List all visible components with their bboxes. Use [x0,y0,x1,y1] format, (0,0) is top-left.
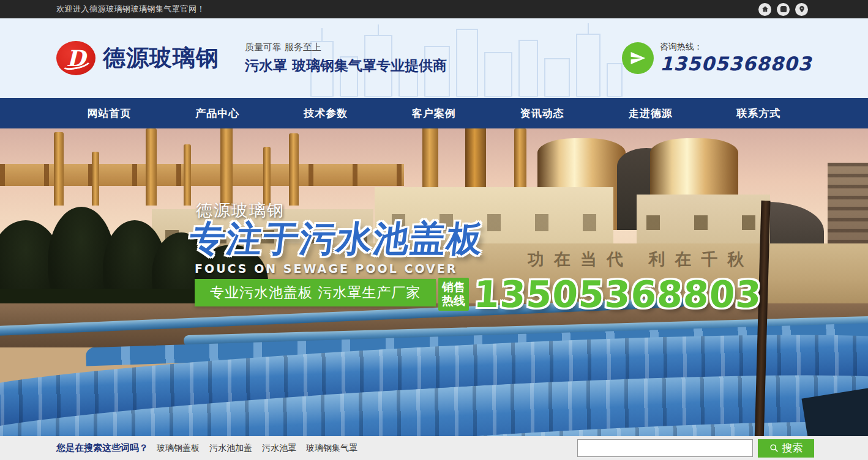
search-input[interactable] [577,439,753,457]
refinery-tower [92,152,99,206]
logo-text: 德源玻璃钢 [103,43,219,73]
refinery-tower [184,144,191,206]
search-prompt: 您是在搜索这些词吗？ [56,442,148,454]
refinery-tower [220,128,233,206]
refinery-tower [289,133,299,206]
sales-badge-line1: 销售 [442,281,465,294]
keyword-link[interactable]: 玻璃钢集气罩 [306,443,357,454]
hero-subheadline-en: FOUCS ON SEWAGE POOL COVER [195,262,457,275]
search-button[interactable]: 搜索 [758,439,814,458]
social-icons [758,3,808,16]
nav-item-home[interactable]: 网站首页 [55,98,163,128]
search-controls: 搜索 [577,439,814,458]
search-strip: 您是在搜索这些词吗？ 玻璃钢盖板 污水池加盖 污水池罩 玻璃钢集气罩 搜索 [0,436,868,460]
building-windows [646,215,763,230]
hero-sales-hotline: 销售 热线 13505368803 [438,273,761,316]
hotline-label: 咨询热线： [660,42,812,53]
top-bar: 欢迎进入德源玻璃钢玻璃钢集气罩官网！ [0,0,868,18]
site-header: D 德源玻璃钢 质量可靠 服务至上 污水罩 玻璃钢集气罩专业提供商 咨询热线： … [0,18,868,98]
nav-item-cases[interactable]: 客户案例 [380,98,488,128]
main-nav: 网站首页 产品中心 技术参数 客户案例 资讯动态 走进德源 联系方式 [0,98,868,128]
instagram-icon[interactable] [777,3,790,16]
wall-slogan-text: 功在当代 利在千秋 [528,248,754,270]
logo[interactable]: D 德源玻璃钢 [56,41,219,75]
hot-keywords: 玻璃钢盖板 污水池加盖 污水池罩 玻璃钢集气罩 [157,443,357,454]
keyword-link[interactable]: 玻璃钢盖板 [157,443,200,454]
hotline-texts: 咨询热线： 13505368803 [660,42,812,75]
refinery-tower [263,147,271,206]
sales-hotline-number: 13505368803 [473,273,763,316]
nav-item-about[interactable]: 走进德源 [596,98,705,128]
hero-tagline-button[interactable]: 专业污水池盖板 污水罩生产厂家 [195,279,436,306]
header-slogan: 质量可靠 服务至上 污水罩 玻璃钢集气罩专业提供商 [245,42,447,75]
logo-mark-icon: D [56,41,95,75]
nav-item-products[interactable]: 产品中心 [163,98,272,128]
hero-headline: 专注于污水池盖板 [187,215,487,263]
keyword-link[interactable]: 污水池罩 [262,443,296,454]
hero-banner: 功在当代 利在千秋 德源玻璃钢 专注于污水池盖板 FOUCS ON SEWAGE… [0,128,868,436]
sales-badge-line2: 热线 [442,294,465,308]
location-icon[interactable] [795,3,808,16]
home-icon[interactable] [758,3,771,16]
paper-plane-icon [622,42,654,74]
hotline-number: 13505368803 [660,53,812,75]
search-button-label: 搜索 [782,441,803,455]
welcome-text: 欢迎进入德源玻璃钢玻璃钢集气罩官网！ [56,4,205,15]
nav-item-news[interactable]: 资讯动态 [488,98,596,128]
slogan-big: 污水罩 玻璃钢集气罩专业提供商 [245,56,447,75]
refinery-tower [146,128,157,206]
refinery-tower [54,132,64,206]
nav-item-contact[interactable]: 联系方式 [705,98,813,128]
header-hotline: 咨询热线： 13505368803 [622,42,812,75]
keyword-link[interactable]: 污水池加盖 [209,443,252,454]
nav-item-specs[interactable]: 技术参数 [272,98,380,128]
slogan-small: 质量可靠 服务至上 [245,42,447,53]
sales-hotline-badge: 销售 热线 [438,278,469,311]
